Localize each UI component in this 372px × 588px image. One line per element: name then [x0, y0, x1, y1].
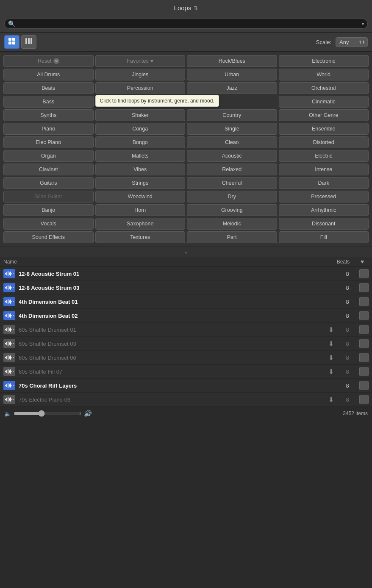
download-icon[interactable]: ⬇ — [328, 368, 334, 376]
filter-btn-ensemble[interactable]: Ensemble — [279, 123, 369, 135]
column-view-button[interactable] — [21, 35, 36, 49]
filter-btn-fill[interactable]: Fill — [279, 231, 369, 243]
list-item[interactable]: 12-8 Acoustic Strum 038 — [0, 281, 372, 295]
list-item[interactable]: 70s Electric Piano 06⬇8 — [0, 393, 372, 407]
list-item-checkbox[interactable] — [359, 283, 369, 292]
list-item[interactable]: 4th Dimension Beat 018 — [0, 295, 372, 309]
filter-btn-guitars[interactable]: Guitars — [3, 177, 94, 189]
filter-btn-jingles[interactable]: Jingles — [95, 69, 186, 80]
search-input[interactable] — [17, 21, 360, 27]
filter-btn-strings[interactable]: Strings — [95, 177, 186, 189]
list-item[interactable]: 60s Shuffle Fill 07⬇8 — [0, 365, 372, 379]
filter-btn-beats[interactable]: Beats — [3, 82, 94, 94]
filter-btn-vibes[interactable]: Vibes — [95, 164, 186, 175]
filter-btn-part[interactable]: Part — [187, 231, 277, 243]
filter-btn-dissonant[interactable]: Dissonant — [279, 218, 369, 230]
list-item[interactable]: 60s Shuffle Drumset 03⬇8 — [0, 337, 372, 351]
filter-btn-piano[interactable]: Piano — [3, 123, 94, 135]
filter-btn-percussion[interactable]: Percussion — [95, 82, 186, 94]
download-icon[interactable]: ⬇ — [328, 340, 334, 348]
filter-btn-dark[interactable]: Dark — [279, 177, 369, 189]
list-item[interactable]: 12-8 Acoustic Strum 018 — [0, 267, 372, 281]
list-item-checkbox[interactable] — [359, 311, 369, 320]
filter-btn-textures[interactable]: Textures — [95, 231, 186, 243]
search-input-wrap: 🔍 ▾ — [4, 19, 368, 29]
download-icon[interactable]: ⬇ — [328, 396, 334, 404]
download-icon[interactable]: ⬇ — [328, 354, 334, 362]
filter-btn-orchestral[interactable]: Orchestral — [279, 82, 369, 94]
download-icon[interactable]: ⬇ — [328, 326, 334, 334]
filter-btn-country[interactable]: Country — [187, 109, 277, 121]
favorites-label: Favorites — [127, 58, 148, 64]
filter-btn-other-genre[interactable]: Other Genre — [279, 109, 369, 121]
dot-separator: ● — [0, 247, 372, 257]
list-item-checkbox[interactable] — [359, 269, 369, 278]
waveform-icon — [3, 325, 15, 334]
filter-btn-sound-effects[interactable]: Sound Effects — [3, 231, 94, 243]
separator-dot: ● — [185, 251, 187, 255]
filter-btn-intense[interactable]: Intense — [279, 164, 369, 175]
filter-btn-woodwind[interactable]: Woodwind — [95, 191, 186, 202]
list-item-checkbox[interactable] — [359, 353, 369, 362]
title-label: Loops — [174, 4, 192, 11]
list-item[interactable]: 60s Shuffle Drumset 06⬇8 — [0, 351, 372, 365]
filter-btn-arrhythmic[interactable]: Arrhythmic — [279, 204, 369, 216]
filter-btn-clean[interactable]: Clean — [187, 136, 277, 148]
filter-btn-shaker[interactable]: Shaker — [95, 109, 186, 121]
filter-btn-vocals[interactable]: Vocals — [3, 218, 94, 230]
filter-btn-bass[interactable]: Bass — [3, 96, 94, 108]
filter-btn-synths[interactable]: Synths — [3, 109, 94, 121]
filter-btn-all-drums[interactable]: All Drums — [3, 69, 94, 80]
filter-btn-clavinet[interactable]: Clavinet — [3, 164, 94, 175]
svg-rect-19 — [11, 287, 12, 288]
list-item[interactable]: 70s Choral Riff Layers8 — [0, 379, 372, 393]
volume-slider[interactable] — [14, 410, 81, 417]
filter-btn-relaxed[interactable]: Relaxed — [187, 164, 277, 175]
list-item[interactable]: 60s Shuffle Drumset 01⬇8 — [0, 323, 372, 337]
filter-btn-distorted[interactable]: Distorted — [279, 136, 369, 148]
filter-btn-cinematic[interactable]: Cinematic — [279, 96, 369, 108]
list-item[interactable]: 4th Dimension Beat 028 — [0, 309, 372, 323]
filter-btn-electric[interactable]: Electric — [279, 150, 369, 162]
filter-btn-rock-blues[interactable]: Rock/Blues — [187, 55, 277, 67]
filter-btn-favorites[interactable]: Favorites ♥ — [95, 55, 186, 67]
filter-btn-world[interactable]: World — [279, 69, 369, 80]
filter-btn-processed[interactable]: Processed — [279, 191, 369, 202]
svg-rect-62 — [13, 371, 14, 372]
filter-btn-dry[interactable]: Dry — [187, 191, 277, 202]
filter-btn-horn[interactable]: Horn — [95, 204, 186, 216]
filter-btn-electronic[interactable]: Electronic — [279, 55, 369, 67]
filter-btn-organ[interactable]: Organ — [3, 150, 94, 162]
svg-rect-16 — [8, 285, 8, 290]
filter-btn-single[interactable]: Single — [187, 123, 277, 135]
filter-btn-grooving[interactable]: Grooving — [187, 204, 277, 216]
svg-rect-15 — [6, 286, 7, 289]
filter-btn-cheerful[interactable]: Cheerful — [187, 177, 277, 189]
list-container: 12-8 Acoustic Strum 018 12-8 Acoustic St… — [0, 267, 372, 407]
svg-rect-11 — [10, 272, 11, 276]
filter-btn-elec-piano[interactable]: Elec Piano — [3, 136, 94, 148]
list-item-checkbox[interactable] — [359, 395, 369, 404]
filter-btn-reset[interactable]: Reset ✕ — [3, 55, 94, 67]
filter-btn-jazz[interactable]: Jazz — [187, 82, 277, 94]
filter-btn-slide-guitar[interactable]: Slide Guitar — [3, 191, 94, 202]
list-item-checkbox[interactable] — [359, 339, 369, 348]
list-item-checkbox[interactable] — [359, 367, 369, 376]
filter-btn-banjo[interactable]: Banjo — [3, 204, 94, 216]
filter-btn-melodic[interactable]: Melodic — [187, 218, 277, 230]
filter-btn-mallets[interactable]: Mallets — [95, 150, 186, 162]
search-dropdown-icon[interactable]: ▾ — [362, 22, 364, 26]
filter-btn-urban[interactable]: Urban — [187, 69, 277, 80]
filter-btn-saxophone[interactable]: Saxophone — [95, 218, 186, 230]
grid-view-button[interactable] — [4, 35, 19, 49]
list-item-checkbox[interactable] — [359, 297, 369, 306]
list-item-checkbox[interactable] — [359, 381, 369, 390]
filter-btn-acoustic[interactable]: Acoustic — [187, 150, 277, 162]
search-icon: 🔍 — [8, 20, 15, 27]
scale-select[interactable]: Any Major Minor Neither — [336, 37, 368, 47]
svg-rect-61 — [11, 371, 12, 372]
filter-btn-conga[interactable]: Conga — [95, 123, 186, 135]
filter-btn-bongo[interactable]: Bongo — [95, 136, 186, 148]
title-arrows-icon[interactable]: ⇅ — [194, 5, 198, 11]
list-item-checkbox[interactable] — [359, 325, 369, 334]
